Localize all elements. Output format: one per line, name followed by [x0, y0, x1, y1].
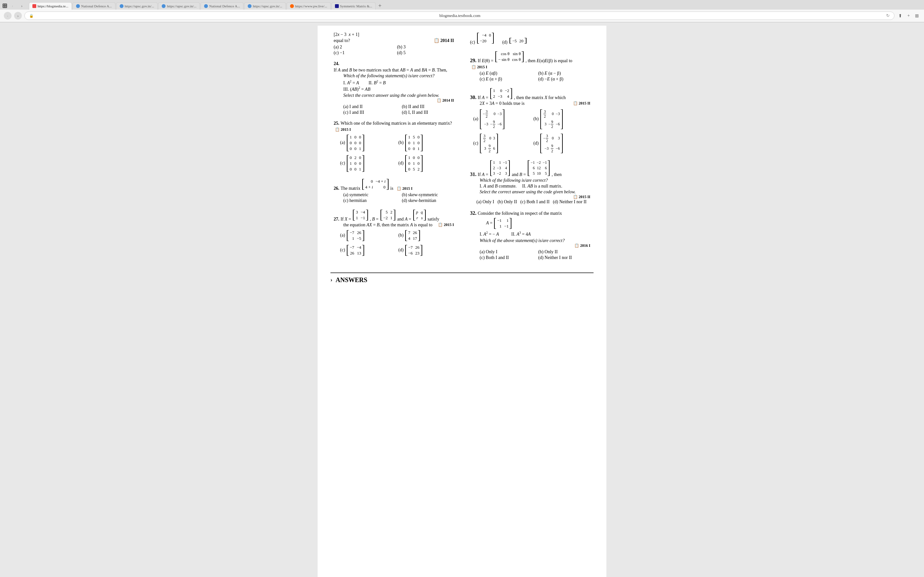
page-wrapper: [2x − 3 x + 1] equal to? 📋 2014 II (a) 2…: [0, 23, 924, 577]
lock-icon: 🔒: [29, 14, 34, 18]
svg-rect-0: [3, 4, 5, 5]
question-29: 29. If E(θ) = cos θsin θ − sin θcos θ , …: [470, 51, 590, 82]
question-30: 30. If A = 10−2 2−34 , then the matrix X…: [470, 87, 590, 154]
partial-options: (a) 2 (b) 3 (c) −1 (d) 5: [334, 45, 454, 55]
answers-heading: ANSWERS: [336, 276, 367, 284]
browser-chrome: ‹ › https://blogmedia.te... National Def…: [0, 0, 924, 23]
two-column-layout: [2x − 3 x + 1] equal to? 📋 2014 II (a) 2…: [330, 32, 594, 266]
toolbar: ‹ › 🔒 blogmedia.testbook.com ↻ ⬆ + ⊞: [0, 10, 924, 22]
address-bar[interactable]: 🔒 blogmedia.testbook.com ↻: [24, 11, 895, 20]
forward-nav[interactable]: ›: [14, 12, 22, 19]
col-right: (c) −40 −20 (d) −520: [467, 32, 594, 266]
new-tab-button[interactable]: +: [378, 3, 381, 9]
svg-rect-1: [5, 4, 6, 5]
refresh-icon[interactable]: ↻: [886, 13, 890, 18]
col-left: [2x − 3 x + 1] equal to? 📋 2014 II (a) 2…: [330, 32, 457, 266]
tab-nda1[interactable]: National Defence A...: [73, 2, 115, 10]
tab-upsc1[interactable]: https://upsc.gov.in/...: [116, 2, 158, 10]
svg-rect-2: [3, 6, 5, 7]
answers-section: › ANSWERS: [330, 272, 594, 284]
tab-pw[interactable]: https://www.pw.live/...: [286, 2, 331, 10]
tab-favicon-upsc1: [120, 4, 124, 8]
tab-upsc2[interactable]: https://upsc.gov.in/...: [158, 2, 200, 10]
question-top-partial: [2x − 3 x + 1] equal to? 📋 2014 II (a) 2…: [334, 32, 454, 55]
chevron-right-icon: ›: [330, 277, 333, 284]
grid-icon[interactable]: [3, 3, 7, 8]
tab-favicon-u2: [204, 4, 208, 8]
tab-favicon-upsc3: [248, 4, 252, 8]
svg-rect-3: [5, 6, 6, 7]
answers-title: › ANSWERS: [330, 276, 594, 284]
tab-favicon-blog: [32, 4, 36, 8]
tab-favicon-upsc2: [162, 4, 166, 8]
question-26: 26. The matrix 0−4 + i 4 + i0 is 📋 2015 …: [334, 178, 454, 203]
page-content: [2x − 3 x + 1] equal to? 📋 2014 II (a) 2…: [318, 26, 606, 577]
back-button[interactable]: ‹: [9, 2, 16, 10]
toolbar-actions: ⬆ + ⊞: [897, 13, 920, 19]
tab-sym[interactable]: Symmetric Matrix &...: [331, 2, 376, 10]
question-27: 27. If X = 3−4 1−1 , B =: [334, 209, 454, 256]
window-controls: ‹ ›: [3, 2, 26, 10]
question-top-partial-right: (c) −40 −20 (d) −520: [470, 32, 590, 45]
tab-favicon-b: [335, 4, 339, 8]
question-32: 32. Consider the following in respect of…: [470, 210, 590, 260]
tab-favicon-u1: [76, 4, 80, 8]
tab-nda2[interactable]: National Defence A...: [200, 2, 244, 10]
share-icon[interactable]: ⬆: [897, 13, 903, 19]
tab-blogmedia[interactable]: https://blogmedia.te...: [29, 2, 72, 10]
tab-favicon-pw: [290, 4, 294, 8]
tab-bar: ‹ › https://blogmedia.te... National Def…: [0, 0, 924, 10]
partial-row: [2x − 3 x + 1]: [334, 32, 454, 37]
tab-upsc3[interactable]: https://upsc.gov.in/...: [244, 2, 286, 10]
back-nav[interactable]: ‹: [4, 12, 11, 19]
question-31: 31. If A = 11−1 2−34 3−23 and B =: [470, 160, 590, 205]
add-tab-icon[interactable]: +: [905, 13, 912, 19]
question-25: 25. Which one of the following matrices …: [334, 121, 454, 172]
url-text: blogmedia.testbook.com: [36, 13, 884, 18]
question-24: 24. If A and B be two matrices such that…: [334, 61, 454, 115]
tabs-icon[interactable]: ⊞: [914, 13, 920, 19]
forward-button[interactable]: ›: [18, 2, 26, 10]
